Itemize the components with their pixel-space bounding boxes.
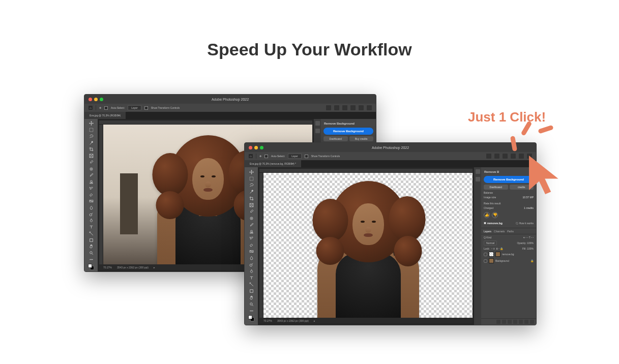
- document-tabs[interactable]: Eva.jpg @ 70,3% (remove.bg, RGB/8#) *: [245, 160, 536, 167]
- tab-paths[interactable]: Paths: [507, 230, 514, 233]
- align-icon[interactable]: [334, 105, 339, 110]
- layers-panel-tabs[interactable]: Layers Channels Paths: [481, 228, 536, 234]
- remove-background-button[interactable]: Remove Background: [484, 176, 534, 183]
- gradient-tool-icon[interactable]: [88, 198, 94, 204]
- options-bar[interactable]: ⌂ ✥ Auto-Select: Layer Show Transform Co…: [84, 104, 376, 112]
- wand-tool-icon[interactable]: [248, 189, 254, 195]
- frame-tool-icon[interactable]: [248, 202, 254, 208]
- search-icon[interactable]: [367, 105, 372, 110]
- brush-tool-icon[interactable]: [248, 222, 254, 228]
- crop-tool-icon[interactable]: [248, 195, 254, 201]
- shape-tool-icon[interactable]: [248, 288, 254, 294]
- marquee-tool-icon[interactable]: [88, 127, 94, 133]
- tools-panel[interactable]: [245, 167, 258, 325]
- color-swatch[interactable]: [88, 264, 94, 270]
- type-tool-icon[interactable]: [88, 224, 94, 230]
- pen-tool-icon[interactable]: [248, 268, 254, 274]
- eraser-tool-icon[interactable]: [248, 241, 254, 248]
- path-tool-icon[interactable]: [248, 281, 254, 287]
- document-tabs[interactable]: Eva.jpg @ 70,3% (RGB/8#): [84, 112, 376, 119]
- share-icon[interactable]: [359, 105, 364, 110]
- marquee-tool-icon[interactable]: [248, 175, 254, 181]
- edit-toolbar-icon[interactable]: [248, 308, 254, 314]
- remove-background-button[interactable]: Remove Background: [323, 128, 373, 135]
- layer-row[interactable]: Background🔒: [484, 258, 534, 263]
- move-tool-icon[interactable]: [248, 169, 254, 175]
- eyedropper-tool-icon[interactable]: [248, 208, 254, 215]
- transform-checkbox[interactable]: [144, 106, 148, 110]
- lasso-tool-icon[interactable]: [88, 133, 94, 139]
- titlebar[interactable]: Adobe Photoshop 2022: [245, 143, 536, 152]
- new-layer-icon[interactable]: [524, 320, 528, 324]
- eraser-tool-icon[interactable]: [88, 192, 94, 198]
- stamp-tool-icon[interactable]: [88, 179, 94, 185]
- dashboard-button[interactable]: Dashboard: [484, 185, 508, 190]
- crop-tool-icon[interactable]: [88, 146, 94, 153]
- lasso-tool-icon[interactable]: [248, 182, 254, 188]
- link-layers-icon[interactable]: [496, 320, 500, 324]
- auto-select-checkbox[interactable]: [104, 106, 108, 110]
- auto-select-mode[interactable]: Layer: [128, 105, 141, 110]
- dodge-tool-icon[interactable]: [248, 261, 254, 267]
- blend-mode[interactable]: Normal: [484, 240, 497, 246]
- history-brush-icon[interactable]: [88, 185, 94, 191]
- layer-row[interactable]: remove.bg: [484, 252, 534, 257]
- layers-footer[interactable]: [481, 318, 536, 325]
- layers-panel[interactable]: Q Kind▾ ▫ ▫ T ▫ ▫ NormalOpacity: 100% Lo…: [481, 234, 536, 265]
- how-it-works-link[interactable]: ⓘ How it works: [516, 222, 534, 225]
- options-bar[interactable]: ⌂ ✥ Auto-Select: Layer Show Transform Co…: [245, 152, 536, 160]
- adjustment-icon[interactable]: [513, 320, 517, 324]
- healing-tool-icon[interactable]: [88, 166, 94, 172]
- align-icon[interactable]: [503, 154, 508, 159]
- ruler-horizontal[interactable]: [259, 169, 473, 173]
- move-tool-icon[interactable]: ✥: [259, 155, 261, 158]
- collapsed-panels[interactable]: [474, 167, 481, 325]
- transform-checkbox[interactable]: [305, 155, 308, 158]
- align-icon[interactable]: [486, 154, 491, 159]
- healing-tool-icon[interactable]: [248, 215, 254, 221]
- zoom-level[interactable]: 70.27%: [263, 319, 272, 322]
- share-icon[interactable]: [519, 154, 524, 159]
- home-icon[interactable]: ⌂: [89, 106, 93, 110]
- type-tool-icon[interactable]: [248, 275, 254, 281]
- shape-tool-icon[interactable]: [88, 237, 94, 243]
- fx-icon[interactable]: [502, 320, 506, 324]
- buy-credits-button[interactable]: Buy credits: [349, 136, 374, 141]
- history-brush-icon[interactable]: [248, 235, 254, 241]
- search-icon[interactable]: [527, 154, 532, 159]
- blur-tool-icon[interactable]: [88, 205, 94, 211]
- move-tool-icon[interactable]: [88, 120, 94, 127]
- home-icon[interactable]: ⌂: [249, 154, 253, 158]
- buy-credits-button[interactable]: credits: [510, 185, 534, 190]
- hand-tool-icon[interactable]: [248, 294, 254, 300]
- thumbs-up-icon[interactable]: 👍: [484, 212, 490, 218]
- gradient-tool-icon[interactable]: [248, 248, 254, 254]
- tools-panel[interactable]: [84, 119, 98, 271]
- wand-tool-icon[interactable]: [88, 140, 94, 146]
- dashboard-button[interactable]: Dashboard: [323, 136, 348, 141]
- auto-select-checkbox[interactable]: [264, 155, 268, 158]
- blur-tool-icon[interactable]: [248, 255, 254, 261]
- document-tab[interactable]: Eva.jpg @ 70,3% (remove.bg, RGB/8#) *: [245, 160, 302, 167]
- mode-icon[interactable]: [350, 105, 356, 110]
- titlebar[interactable]: Adobe Photoshop 2022: [84, 95, 376, 104]
- trash-icon[interactable]: [530, 320, 534, 324]
- edit-toolbar-icon[interactable]: [88, 256, 94, 262]
- dodge-tool-icon[interactable]: [88, 211, 94, 217]
- canvas[interactable]: [263, 173, 473, 318]
- eyedropper-tool-icon[interactable]: [88, 159, 94, 165]
- color-swatch[interactable]: [248, 315, 254, 321]
- group-icon[interactable]: [519, 320, 523, 324]
- path-tool-icon[interactable]: [88, 230, 94, 236]
- align-icon[interactable]: [342, 105, 347, 110]
- move-tool-icon[interactable]: ✥: [99, 106, 101, 109]
- stamp-tool-icon[interactable]: [248, 228, 254, 234]
- ruler-vertical[interactable]: [259, 173, 263, 318]
- thumbs-down-icon[interactable]: 👎: [492, 212, 498, 218]
- frame-tool-icon[interactable]: [88, 153, 94, 159]
- auto-select-mode[interactable]: Layer: [288, 154, 302, 159]
- align-icon[interactable]: [494, 154, 499, 159]
- mode-icon[interactable]: [511, 154, 516, 159]
- hand-tool-icon[interactable]: [88, 244, 94, 250]
- tab-channels[interactable]: Channels: [494, 230, 505, 233]
